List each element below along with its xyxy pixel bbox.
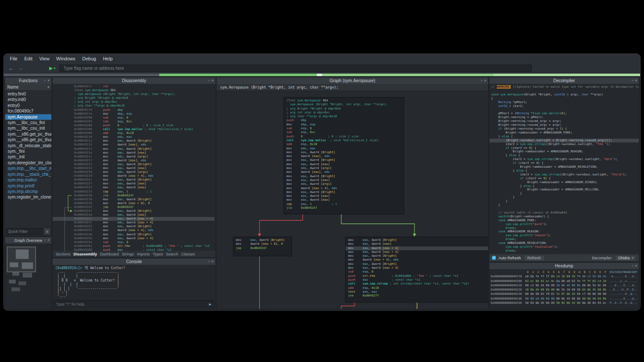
decompiler-titlebar[interactable]: Decompiler ▫ × [489,77,639,84]
code-line[interactable]: } else { [491,154,637,157]
decompiler-code[interactable]: // WARNING: [r2ghidra] Failed to match t… [489,84,639,254]
disassembly-titlebar[interactable]: Disassembly ▫ × [53,77,215,84]
code-line[interactable]: 0x08049233 cmp eax, 1 ; 1 [74,190,215,194]
back-arrow-icon[interactable]: ← [8,65,14,71]
function-item[interactable]: sym.imp.printf [5,183,51,189]
code-line[interactable]: 0x0000000008049250 50 04 8b 45 08 89 50 … [491,301,638,305]
code-line[interactable]: 0x080491fe mov ebp, esp [74,112,215,116]
code-line[interactable]: 0x08049231 mov eax, dword [eax] [74,186,215,190]
code-line[interactable]: { [491,97,637,101]
send-command-icon[interactable]: ► [206,302,214,306]
code-line[interactable]: 0x00000000080491f0 e8 6b fe ff ff 83 c4 … [491,274,638,279]
code-line[interactable]: sub esp, 0xc [286,131,401,134]
function-item[interactable]: sym.imp.__libc_start_main [5,166,51,171]
code-line[interactable]: 0x08049252 mov eax, dword [Bright] [74,225,215,228]
code-line[interactable]: 0x08049226 mov edx, dword [argv] [74,170,215,174]
code-line[interactable]: case AMBASSADOR_REVOLUTION: [491,241,637,245]
console-input[interactable] [54,302,206,306]
code-line[interactable]: ; arg Bright *Bright @ ebp+0x8 [74,96,215,100]
tab-search[interactable]: Search [166,252,179,256]
graph-titlebar[interactable]: Graph (sym.Aeropause) ▫ × [217,77,488,84]
clear-filter-button[interactable]: x [44,228,51,235]
code-line[interactable]: } [491,192,637,196]
code-line[interactable]: 0x08049261 push str.the ; 0x804a008 ; "t… [74,244,215,248]
code-line[interactable]: push eax ; const char *s1 [348,278,488,282]
code-line[interactable]: mov eax, dword [Bright] [286,190,401,194]
code-line[interactable]: 0x0804924f mov edx, dword [eax + 4] [74,221,215,225]
function-item[interactable]: sym.imp.malloc [5,177,51,183]
function-item[interactable]: sym.imp.strcmp [5,189,51,194]
code-line[interactable]: push ebp [286,119,401,122]
menu-file[interactable]: File [10,56,18,61]
code-line[interactable]: case AMBASSADOR_PURE: [491,219,637,223]
tab-dashboard[interactable]: Dashboard [100,252,119,256]
code-line[interactable]: } else { [491,169,637,173]
tab-imports[interactable]: Imports [137,252,150,256]
code-line[interactable]: 0x0000000008049210 89 c2 8b 45 08 89 10 … [491,283,638,288]
disassembly-listing[interactable]: 0x080491fc ret(fcn) sym.Aeropause 364 sy… [53,84,215,251]
code-line[interactable]: mov eax, dword [eax] [286,163,401,166]
code-line[interactable] [491,108,637,112]
menu-debug[interactable]: Debug [82,56,96,61]
function-item[interactable]: sym.deregister_tm_clones [5,160,51,166]
code-line[interactable]: ; arg int argc @ ebp+0xc [74,100,215,104]
code-line[interactable]: 0x08049208 call sym.imp.malloc ; void *m… [74,128,215,131]
function-item[interactable]: sym._init [5,154,51,160]
close-icon[interactable]: × [635,79,637,83]
function-item[interactable]: sym._fini [5,148,51,154]
hexdump-titlebar[interactable]: Hexdump ▫ × [489,263,639,269]
code-line[interactable]: 0x08049221 mov eax, dword [Bright] [74,163,215,166]
code-line[interactable]: iVar2 = sym.imp.strcmp((Bright->window).… [491,173,637,177]
code-line[interactable]: Bright->ambassador = AMBASSADOR_MILLION; [491,188,637,192]
code-line[interactable]: 0x08049255 mov dword [eax + 4], edx [74,228,215,232]
tab-disassembly[interactable]: Disassembly [74,252,97,256]
code-line[interactable]: 0x08049215 mov dword [eax], edx [74,143,215,147]
code-line[interactable]: 0x080491fd push ebp [74,108,215,112]
code-line[interactable]: 0x0804925e sub esp, 8 [74,240,215,244]
code-line[interactable]: sym.imp.printf("revolution"); [491,245,637,249]
graph-overview-titlebar[interactable]: Graph Overview ▫ × [5,237,51,243]
code-line[interactable]: if (iVar2 == 0) { [491,177,637,181]
code-line[interactable]: Bright->ambassador = AMBASSADOR_PURE; [491,131,637,135]
code-line[interactable]: 0x08049212 mov eax, dword [Bright] [74,139,215,143]
code-line[interactable]: // switch table (5 cases) at 0x804a044 [491,211,637,215]
debug-start-button[interactable]: ▶ ▾ [49,65,55,71]
code-line[interactable]: mov eax, dword [Bright] [348,254,488,258]
code-line[interactable]: 0x0804921f mov dword [eax], edx [74,159,215,163]
functions-sort-header[interactable]: Name ▾ [5,84,51,91]
code-line[interactable]: Bright->morning = pMVar1; [491,116,637,119]
code-line[interactable]: mov eax, dword [Bright] [286,175,401,178]
code-line[interactable]: } [491,196,637,199]
code-line[interactable]: mov dword [eax], edx [286,170,401,174]
code-line[interactable]: sym.Aeropause (Bright *Bright, int argc,… [286,103,401,107]
code-line[interactable]: 0x08049210 mov edx, eax [74,135,215,139]
code-line[interactable]: mov edx, eax [286,147,401,151]
undock-icon[interactable]: ▫ [45,79,46,83]
code-line[interactable]: Bright->morning->saved_argv = argv; [491,123,637,127]
menu-help[interactable]: Help [103,56,113,61]
undock-icon[interactable]: ▫ [209,260,210,264]
code-line[interactable]: ; arg char **argv @ ebp+0x10 [286,115,401,119]
undock-icon[interactable]: ▫ [481,79,483,83]
menu-windows[interactable]: Windows [56,56,75,61]
close-icon[interactable]: × [48,238,50,242]
code-line[interactable]: 0x0804921c mov edx, dword [argc] [74,155,215,159]
code-line[interactable]: int32_t iVar2; [491,104,637,108]
code-line[interactable]: test eax, eax [348,290,488,294]
menu-edit[interactable]: Edit [24,56,33,61]
code-line[interactable]: 0x0000000008049230 00 8b 00 83 f8 01 7e … [491,292,638,296]
code-line[interactable]: Bright->ambassador = AMBASSADOR_REVOLUTI… [491,165,637,169]
function-item[interactable]: sym.__x86.get_pc_thunk.bx [5,137,51,142]
code-line[interactable]: call sym.imp.strcmp ; int strcmp(const c… [348,282,488,286]
code-line[interactable]: ; arg char **argv @ ebp+0x10 [74,104,215,108]
function-item[interactable]: sym.__libc_csu_init [5,125,51,131]
code-line[interactable]: mov eax, dword [Bright] [348,238,488,242]
code-line[interactable]: } [491,203,637,207]
code-line[interactable]: push 8 ; 8 ; size_t size [286,135,401,139]
code-line[interactable]: Bright->ambassador = AMBASSADOR_REASON; [491,150,637,154]
code-line[interactable]: 0x0804924a mov eax, dword [eax] [74,213,215,217]
code-line[interactable]: sym.imp.printf("pure"); [491,223,637,226]
function-item[interactable]: sym.imp.__stack_chk_fail [5,172,51,177]
code-line[interactable]: mov eax, dword [Bright] [236,238,289,242]
code-line[interactable]: 0x0804922c mov eax, dword [Bright] [74,178,215,182]
